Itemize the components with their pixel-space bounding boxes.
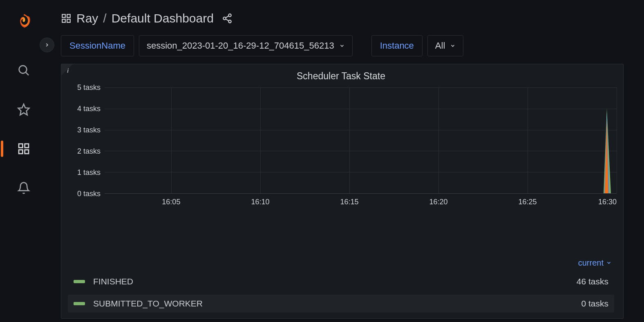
- chevron-down-icon: [450, 43, 456, 49]
- svg-rect-4: [25, 144, 28, 148]
- plot-area[interactable]: 5 tasks 4 tasks 3 tasks 2 tasks 1 tasks …: [65, 87, 617, 194]
- svg-point-12: [223, 17, 226, 20]
- expand-sidebar-button[interactable]: [40, 38, 54, 52]
- svg-point-13: [228, 20, 231, 23]
- legend: FINISHED 46 tasks SUBMITTED_TO_WORKER 0 …: [65, 271, 617, 315]
- legend-name: SUBMITTED_TO_WORKER: [93, 299, 203, 309]
- chart: 5 tasks 4 tasks 3 tasks 2 tasks 1 tasks …: [65, 87, 617, 256]
- chevron-down-icon: [339, 43, 345, 49]
- x-axis: 16:05 16:10 16:15 16:20 16:25 16:30: [105, 194, 617, 212]
- breadcrumb-separator: /: [103, 11, 106, 25]
- svg-rect-6: [25, 150, 28, 154]
- x-tick: 16:10: [251, 198, 269, 206]
- legend-name: FINISHED: [93, 277, 133, 286]
- svg-rect-7: [62, 14, 65, 18]
- panel-title: Scheduler Task State: [65, 67, 617, 87]
- legend-swatch: [74, 302, 85, 305]
- y-tick: 5 tasks: [77, 83, 101, 92]
- svg-rect-8: [67, 14, 70, 18]
- breadcrumb-app[interactable]: Ray: [76, 11, 98, 25]
- svg-point-0: [19, 66, 27, 74]
- x-tick: 16:25: [518, 198, 537, 206]
- grid: [105, 87, 617, 194]
- svg-rect-5: [19, 150, 22, 154]
- x-tick: 16:30: [598, 198, 617, 206]
- legend-sort-label: current: [578, 258, 604, 268]
- session-name-label: SessionName: [61, 35, 134, 56]
- instance-label: Instance: [371, 35, 423, 56]
- legend-value: 46 tasks: [577, 277, 608, 286]
- panel-info-icon[interactable]: i: [61, 64, 73, 76]
- svg-rect-3: [19, 144, 22, 148]
- x-tick: 16:20: [429, 198, 447, 206]
- legend-row[interactable]: FINISHED 46 tasks: [68, 273, 614, 291]
- dashboards-icon[interactable]: [16, 141, 32, 157]
- legend-swatch: [74, 280, 85, 283]
- session-name-dropdown[interactable]: session_2023-01-20_16-29-12_704615_56213: [139, 35, 353, 56]
- x-tick: 16:15: [340, 198, 358, 206]
- svg-rect-10: [67, 19, 70, 22]
- y-tick: 0 tasks: [77, 190, 101, 198]
- legend-row[interactable]: SUBMITTED_TO_WORKER 0 tasks: [68, 295, 614, 313]
- x-tick: 16:05: [162, 198, 180, 206]
- chevron-down-icon: [606, 258, 612, 268]
- y-tick: 1 tasks: [77, 168, 101, 177]
- y-tick: 4 tasks: [77, 105, 101, 113]
- session-name-value: session_2023-01-20_16-29-12_704615_56213: [147, 40, 334, 51]
- main-content: Ray / Default Dashboard SessionName sess…: [47, 0, 644, 322]
- dashboards-small-icon[interactable]: [61, 13, 72, 24]
- share-icon[interactable]: [222, 13, 233, 24]
- grafana-logo[interactable]: [14, 11, 34, 31]
- sidebar: [0, 0, 47, 322]
- svg-line-15: [226, 16, 228, 18]
- legend-sort-button[interactable]: current: [578, 258, 612, 268]
- svg-line-1: [26, 72, 29, 75]
- search-icon[interactable]: [16, 62, 32, 78]
- svg-point-11: [228, 14, 231, 17]
- y-tick: 2 tasks: [77, 147, 101, 156]
- instance-dropdown[interactable]: All: [427, 35, 463, 56]
- chart-spike: [584, 87, 617, 193]
- svg-line-14: [226, 19, 228, 21]
- variable-row: SessionName session_2023-01-20_16-29-12_…: [61, 35, 624, 56]
- legend-header: current: [65, 256, 617, 271]
- scheduler-task-state-panel: i Scheduler Task State 5 tasks 4 tasks 3…: [61, 64, 624, 319]
- legend-value: 0 tasks: [581, 299, 608, 309]
- breadcrumb: Ray / Default Dashboard: [61, 11, 624, 25]
- star-icon[interactable]: [16, 101, 32, 118]
- svg-rect-9: [62, 19, 65, 22]
- alerting-icon[interactable]: [16, 180, 32, 196]
- y-axis: 5 tasks 4 tasks 3 tasks 2 tasks 1 tasks …: [65, 87, 105, 194]
- instance-value: All: [435, 40, 445, 51]
- svg-marker-2: [18, 104, 29, 115]
- breadcrumb-dashboard[interactable]: Default Dashboard: [112, 11, 214, 25]
- y-tick: 3 tasks: [77, 126, 101, 134]
